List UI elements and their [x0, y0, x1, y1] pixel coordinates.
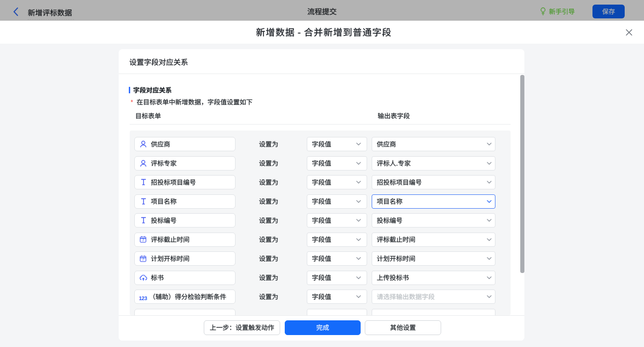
svg-text:7: 7: [142, 257, 144, 262]
svg-text:7: 7: [142, 238, 144, 242]
